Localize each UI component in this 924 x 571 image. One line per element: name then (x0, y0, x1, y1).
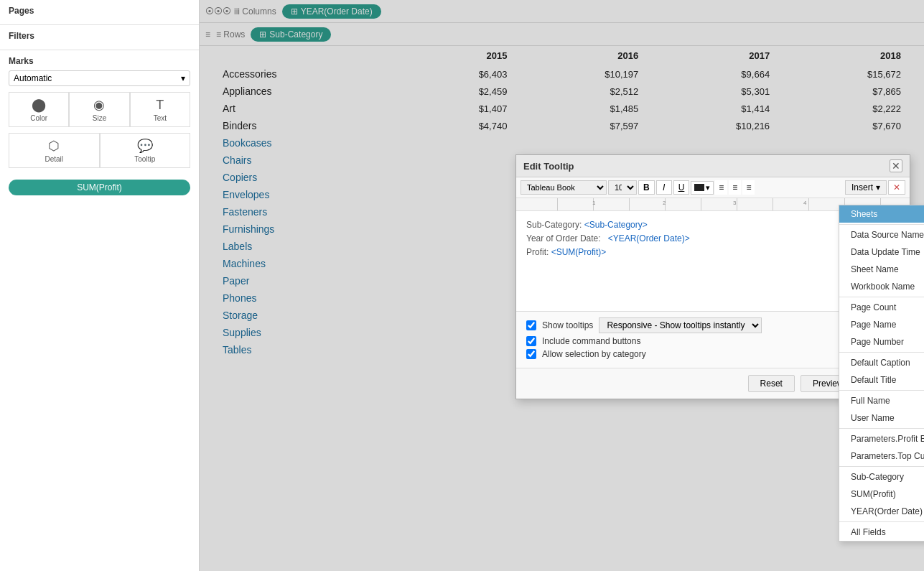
font-select[interactable]: Tableau Book (521, 180, 607, 195)
menu-item-sum-profit[interactable]: SUM(Profit) (839, 486, 924, 503)
marks-color-btn[interactable]: ⬤ Color (9, 92, 69, 127)
dialog-toolbar: Tableau Book 10 B I U ▾ ≡ ≡ ≡ Insert ▾ (516, 177, 910, 198)
main-container: Pages Filters Marks Automatic ▾ ⬤ Color … (0, 0, 924, 571)
font-size-select[interactable]: 10 (608, 180, 637, 195)
pages-label: Pages (9, 6, 190, 16)
pages-section: Pages (0, 0, 199, 25)
marks-icon-row-2: ⬡ Detail 💬 Tooltip (9, 133, 190, 168)
filters-section: Filters (0, 25, 199, 50)
menu-item-sub-category[interactable]: Sub-Category (839, 468, 924, 486)
bold-button[interactable]: B (638, 180, 655, 195)
align-left-button[interactable]: ≡ (715, 180, 727, 195)
dialog-close-button[interactable]: ✕ (890, 159, 902, 172)
menu-item-sheet-name[interactable]: Sheet Name (839, 261, 924, 278)
menu-item-year-order[interactable]: YEAR(Order Date) (839, 503, 924, 520)
marks-size-btn[interactable]: ◉ Size (69, 92, 129, 127)
menu-item-page-name[interactable]: Page Name (839, 316, 924, 333)
color-icon: ⬤ (32, 97, 46, 113)
sum-profit-pill[interactable]: SUM(Profit) (9, 180, 190, 195)
include-commands-checkbox[interactable] (526, 336, 536, 346)
italic-button[interactable]: I (656, 180, 672, 195)
size-label: Size (93, 114, 106, 122)
menu-item-data-source-name[interactable]: Data Source Name (839, 226, 924, 243)
color-dropdown-icon: ▾ (706, 183, 710, 192)
menu-item-workbook-name[interactable]: Workbook Name (839, 278, 924, 295)
clear-button[interactable]: ✕ (888, 180, 905, 195)
marks-tooltip-btn[interactable]: 💬 Tooltip (100, 133, 191, 168)
menu-item-full-name[interactable]: Full Name (839, 392, 924, 409)
tooltip-mode-select[interactable]: Responsive - Show tooltips instantly (599, 317, 762, 333)
tooltip-icon: 💬 (137, 138, 153, 154)
full-name-label: Full Name (851, 396, 890, 406)
menu-item-page-count[interactable]: Page Count (839, 299, 924, 316)
color-label: Color (30, 114, 47, 122)
params-profit-label: Parameters.Profit Bin Size (851, 434, 924, 444)
allow-selection-checkbox[interactable] (526, 349, 536, 359)
marks-section: Marks Automatic ▾ ⬤ Color ◉ Size T Text (0, 50, 199, 201)
tooltip-label: Tooltip (134, 155, 155, 163)
sub-category-label: Sub-Category (851, 472, 904, 482)
menu-item-sheets[interactable]: Sheets ▶ (839, 205, 924, 223)
insert-dropdown-menu: Sheets ▶ Data Source Name Data Update Ti… (839, 205, 924, 542)
color-picker-button[interactable]: ▾ (691, 181, 714, 195)
menu-divider-4 (839, 390, 924, 391)
menu-item-all-fields[interactable]: All Fields (839, 524, 924, 541)
menu-item-default-caption[interactable]: Default Caption (839, 354, 924, 371)
page-number-label: Page Number (851, 337, 904, 347)
insert-label: Insert (851, 182, 873, 192)
all-fields-label: All Fields (851, 527, 886, 537)
menu-item-params-top[interactable]: Parameters.Top Customers (839, 447, 924, 465)
underline-button[interactable]: U (673, 180, 690, 195)
allow-selection-label: Allow selection by category (542, 349, 646, 359)
menu-divider-7 (839, 521, 924, 522)
sidebar: Pages Filters Marks Automatic ▾ ⬤ Color … (0, 0, 200, 571)
size-icon: ◉ (93, 97, 105, 113)
data-update-time-label: Data Update Time (851, 247, 920, 257)
marks-type-dropdown[interactable]: Automatic ▾ (9, 70, 190, 86)
marks-title: Marks (9, 56, 190, 66)
marks-text-btn[interactable]: T Text (130, 92, 190, 127)
menu-item-data-update-time[interactable]: Data Update Time (839, 243, 924, 261)
page-count-label: Page Count (851, 302, 896, 312)
default-caption-label: Default Caption (851, 358, 910, 368)
marks-detail-btn[interactable]: ⬡ Detail (9, 133, 100, 168)
chevron-down-icon: ▾ (181, 73, 185, 83)
data-source-name-label: Data Source Name (851, 230, 924, 240)
user-name-label: User Name (851, 413, 895, 423)
show-tooltips-checkbox[interactable] (526, 320, 536, 330)
params-top-label: Parameters.Top Customers (851, 451, 924, 461)
content-area: ⦿⦿⦿ iii Columns ⊞ YEAR(Order Date) ≡ ≡ R… (200, 0, 924, 571)
align-right-button[interactable]: ≡ (742, 180, 755, 195)
sheet-name-label: Sheet Name (851, 264, 899, 274)
color-swatch (694, 184, 704, 191)
text-icon: T (156, 98, 164, 113)
menu-item-page-number[interactable]: Page Number (839, 333, 924, 351)
text-label: Text (154, 114, 167, 122)
menu-divider-3 (839, 352, 924, 353)
menu-divider-2 (839, 297, 924, 297)
reset-button[interactable]: Reset (748, 375, 795, 392)
dialog-title: Edit Tooltip (523, 161, 574, 172)
marks-type-label: Automatic (14, 73, 52, 83)
filters-label: Filters (9, 31, 190, 41)
detail-icon: ⬡ (48, 138, 60, 154)
year-order-label: YEAR(Order Date) (851, 506, 923, 516)
detail-label: Detail (45, 155, 63, 163)
menu-divider-6 (839, 466, 924, 467)
show-tooltips-label: Show tooltips (542, 320, 593, 330)
include-commands-label: Include command buttons (542, 336, 640, 346)
dialog-titlebar: Edit Tooltip ✕ (516, 155, 910, 177)
sum-profit-label: SUM(Profit) (851, 489, 896, 499)
insert-dropdown-icon: ▾ (876, 182, 880, 192)
align-center-button[interactable]: ≡ (729, 180, 741, 195)
sheets-label: Sheets (851, 209, 877, 219)
menu-item-params-profit[interactable]: Parameters.Profit Bin Size (839, 430, 924, 447)
workbook-name-label: Workbook Name (851, 282, 915, 292)
marks-icon-row: ⬤ Color ◉ Size T Text (9, 92, 190, 127)
default-title-label: Default Title (851, 375, 896, 385)
menu-divider-1 (839, 224, 924, 225)
menu-item-default-title[interactable]: Default Title (839, 371, 924, 389)
page-name-label: Page Name (851, 320, 896, 330)
insert-button[interactable]: Insert ▾ (845, 180, 887, 195)
menu-item-user-name[interactable]: User Name (839, 409, 924, 427)
